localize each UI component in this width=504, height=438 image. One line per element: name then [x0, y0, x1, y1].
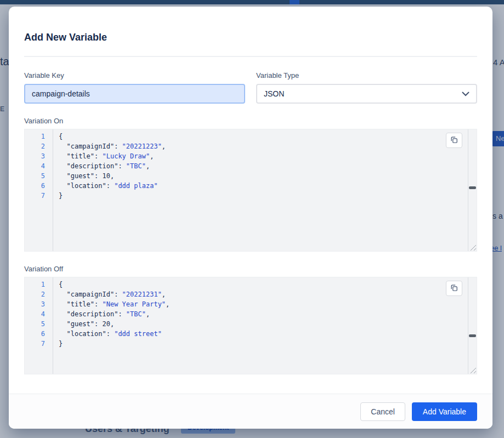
line-number: 6: [25, 181, 53, 191]
code-area[interactable]: { "campaignId": "20221223", "title": "Lu…: [53, 129, 477, 251]
cancel-button[interactable]: Cancel: [360, 402, 405, 421]
modal-header: Add New Variable: [9, 7, 492, 43]
code-line[interactable]: "description": "TBC",: [59, 309, 477, 319]
copy-icon: [450, 136, 458, 145]
scrollbar-thumb[interactable]: [469, 186, 476, 189]
modal-title: Add New Variable: [24, 32, 477, 43]
code-line[interactable]: {: [59, 132, 477, 141]
code-line[interactable]: "location": "ddd plaza": [59, 181, 477, 191]
add-variable-modal: Add New Variable Variable Key Variable T…: [9, 7, 492, 429]
copy-button[interactable]: [446, 281, 462, 296]
add-variable-button[interactable]: Add Variable: [412, 402, 477, 421]
variation-off-section: Variation Off 1234567 { "campaignId": "2…: [9, 252, 492, 374]
line-number-gutter: 1234567: [25, 277, 53, 374]
code-line[interactable]: "guest": 20,: [59, 319, 477, 329]
code-line[interactable]: "guest": 10,: [59, 171, 477, 181]
line-number: 6: [25, 329, 53, 339]
fields-row: Variable Key Variable Type JSON: [9, 57, 492, 104]
line-number: 2: [25, 289, 53, 299]
line-number: 1: [25, 280, 53, 289]
copy-icon: [450, 284, 458, 293]
line-number: 4: [25, 309, 53, 319]
code-area[interactable]: { "campaignId": "20221231", "title": "Ne…: [53, 277, 477, 374]
variable-type-select[interactable]: JSON: [256, 84, 477, 104]
code-line[interactable]: "campaignId": "20221223",: [59, 141, 477, 151]
line-number: 3: [25, 151, 53, 161]
variation-off-label: Variation Off: [24, 265, 477, 273]
code-line[interactable]: {: [59, 280, 477, 289]
line-number: 7: [25, 191, 53, 201]
code-line[interactable]: "location": "ddd street": [59, 329, 477, 339]
variation-on-editor[interactable]: 1234567 { "campaignId": "20221223", "tit…: [24, 129, 477, 252]
variable-type-value: JSON: [264, 89, 284, 98]
variable-type-field: Variable Type JSON: [256, 71, 477, 104]
line-number: 5: [25, 319, 53, 329]
code-line[interactable]: "description": "TBC",: [59, 161, 477, 171]
variable-key-input[interactable]: [24, 84, 245, 104]
variable-key-field: Variable Key: [24, 71, 245, 104]
variation-off-editor[interactable]: 1234567 { "campaignId": "20221231", "tit…: [24, 277, 477, 374]
code-line[interactable]: "title": "Lucky Draw",: [59, 151, 477, 161]
vertical-scrollbar[interactable]: [468, 277, 477, 374]
code-line[interactable]: }: [59, 191, 477, 201]
line-number-gutter: 1234567: [25, 129, 53, 251]
line-number: 2: [25, 141, 53, 151]
scrollbar-thumb[interactable]: [469, 334, 476, 337]
variable-type-label: Variable Type: [256, 71, 477, 79]
vertical-scrollbar[interactable]: [468, 129, 477, 251]
variable-key-label: Variable Key: [24, 71, 245, 79]
code-line[interactable]: "campaignId": "20221231",: [59, 289, 477, 299]
line-number: 3: [25, 299, 53, 309]
chevron-down-icon: [462, 89, 469, 98]
line-number: 4: [25, 161, 53, 171]
copy-button[interactable]: [446, 133, 462, 148]
variation-on-section: Variation On 1234567 { "campaignId": "20…: [9, 104, 492, 252]
variation-on-label: Variation On: [24, 117, 477, 125]
code-line[interactable]: "title": "New Year Party",: [59, 299, 477, 309]
code-line[interactable]: }: [59, 339, 477, 349]
line-number: 5: [25, 171, 53, 181]
line-number: 7: [25, 339, 53, 349]
modal-footer: Cancel Add Variable: [9, 394, 492, 429]
line-number: 1: [25, 132, 53, 141]
